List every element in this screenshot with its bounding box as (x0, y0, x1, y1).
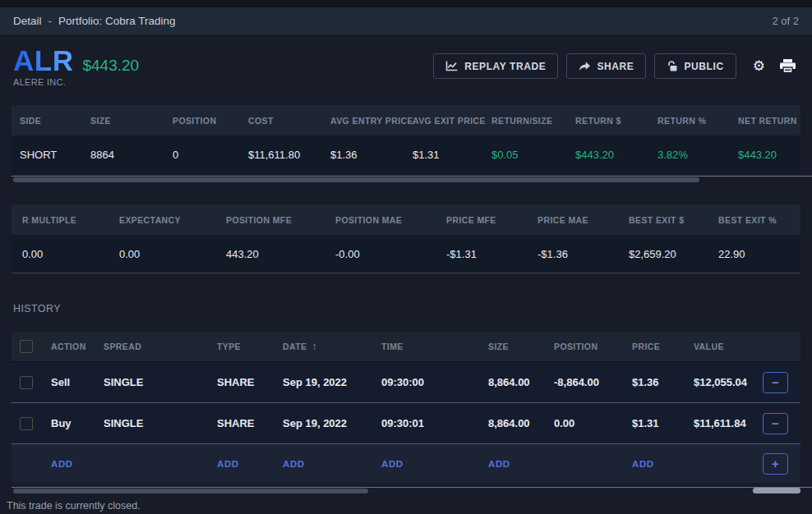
col-hist-position[interactable]: POSITION (554, 342, 632, 351)
stats-table: R MULTIPLE EXPECTANCY POSITION MFE POSIT… (12, 204, 800, 273)
replay-trade-label: REPLAY TRADE (464, 61, 546, 72)
share-arrow-icon (579, 62, 590, 71)
row-checkbox[interactable] (20, 417, 33, 430)
window-top-strip (0, 0, 812, 7)
company-name: ALERE INC. (13, 77, 139, 87)
cell-position-mfe: 443.20 (226, 248, 335, 260)
cell-net-return: $443.20 (738, 149, 800, 161)
col-type[interactable]: TYPE (217, 342, 283, 351)
cell-time: 09:30:00 (381, 376, 488, 388)
cell-position: -8,864.00 (554, 376, 632, 388)
header-actions: REPLAY TRADE SHARE PUBLIC ⚙ (433, 53, 799, 79)
cell-best-exit-dollars: $2,659.20 (629, 248, 718, 260)
row-checkbox[interactable] (20, 376, 33, 389)
cell-price: $1.31 (632, 417, 694, 429)
add-action-link[interactable]: ADD (51, 459, 104, 469)
scrollbar-track (12, 487, 812, 488)
cell-type: SHARE (217, 376, 283, 388)
cell-size: 8,864.00 (488, 417, 554, 429)
minus-icon: − (772, 375, 779, 389)
history-add-row: ADD ADD ADD ADD ADD ADD + (12, 443, 800, 483)
cell-price-mae: -$1.36 (537, 248, 629, 260)
ticker-symbol: ALR (13, 46, 73, 75)
col-date-label: DATE (283, 342, 307, 351)
public-label: PUBLIC (684, 61, 723, 72)
scrollbar-thumb-right[interactable] (753, 488, 800, 493)
col-r-multiple: R MULTIPLE (22, 215, 119, 225)
summary-table: SIDE SIZE POSITION COST AVG ENTRY PRICE … (12, 105, 800, 174)
col-spread[interactable]: SPREAD (104, 342, 217, 351)
replay-trade-button[interactable]: REPLAY TRADE (433, 53, 558, 79)
cell-action: Sell (51, 376, 104, 388)
col-best-exit-dollars: BEST EXIT $ (629, 215, 718, 225)
col-time[interactable]: TIME (381, 342, 488, 351)
cell-r-multiple: 0.00 (22, 248, 119, 260)
scrollbar-thumb[interactable] (13, 177, 699, 182)
cell-type: SHARE (217, 417, 283, 429)
cell-value: $11,611.84 (694, 417, 763, 429)
settings-gear-button[interactable]: ⚙ (750, 56, 768, 76)
add-size-link[interactable]: ADD (488, 459, 554, 469)
print-button[interactable] (777, 56, 799, 76)
history-horizontal-scrollbar (12, 487, 800, 494)
remove-execution-button[interactable]: − (763, 413, 788, 434)
col-position-mfe: POSITION MFE (226, 215, 335, 225)
col-size: SIZE (90, 116, 173, 126)
breadcrumb-portfolio[interactable]: Portfolio: Cobra Trading (58, 15, 176, 27)
cell-position: 0 (173, 149, 248, 161)
add-type-link[interactable]: ADD (217, 459, 283, 469)
cell-date: Sep 19, 2022 (283, 376, 381, 388)
gear-icon: ⚙ (753, 59, 765, 73)
cell-avg-exit-price: $1.31 (413, 149, 491, 161)
stats-table-header: R MULTIPLE EXPECTANCY POSITION MFE POSIT… (12, 204, 800, 235)
breadcrumb-detail[interactable]: Detail (13, 15, 42, 27)
add-date-link[interactable]: ADD (283, 459, 381, 469)
unlock-icon (667, 61, 677, 71)
history-row-buy: Buy SINGLE SHARE Sep 19, 2022 09:30:01 8… (12, 402, 800, 443)
cell-price: $1.36 (632, 376, 694, 388)
col-date-sort[interactable]: DATE ↑ (283, 341, 381, 352)
col-avg-exit-price: AVG EXIT PRICE (413, 116, 491, 126)
col-net-return: NET RETURN (738, 116, 800, 126)
public-button[interactable]: PUBLIC (654, 53, 736, 79)
col-price-mae: PRICE MAE (537, 215, 629, 225)
scrollbar-track (12, 176, 812, 177)
history-table-header: ACTION SPREAD TYPE DATE ↑ TIME SIZE POSI… (12, 332, 800, 361)
cell-cost: $11,611.80 (248, 149, 330, 161)
add-time-link[interactable]: ADD (381, 459, 488, 469)
add-price-link[interactable]: ADD (632, 459, 694, 469)
col-price-mfe: PRICE MFE (446, 215, 537, 225)
cell-return-percent: 3.82% (657, 149, 738, 161)
col-position: POSITION (173, 116, 248, 126)
cell-time: 09:30:01 (381, 417, 488, 429)
sort-ascending-icon: ↑ (311, 341, 316, 352)
col-action[interactable]: ACTION (51, 342, 104, 351)
history-row-sell: Sell SINGLE SHARE Sep 19, 2022 09:30:00 … (12, 361, 800, 402)
summary-table-header: SIDE SIZE POSITION COST AVG ENTRY PRICE … (12, 105, 800, 135)
scrollbar-thumb[interactable] (13, 489, 368, 493)
col-expectancy: EXPECTANCY (119, 215, 226, 225)
breadcrumb-separator: - (48, 15, 53, 27)
cell-expectancy: 0.00 (119, 248, 226, 260)
cell-return-dollars: $443.20 (575, 149, 657, 161)
cell-best-exit-percent: 22.90 (718, 248, 800, 260)
trade-pager: 2 of 2 (772, 15, 799, 27)
cell-size: 8,864.00 (488, 376, 554, 388)
minus-icon: − (772, 416, 779, 430)
col-return-dollars: RETURN $ (575, 116, 657, 126)
cell-avg-entry-price: $1.36 (330, 149, 413, 161)
add-execution-button[interactable]: + (763, 453, 788, 475)
select-all-checkbox[interactable] (20, 340, 33, 353)
col-value[interactable]: VALUE (694, 342, 763, 351)
summary-horizontal-scrollbar (12, 176, 800, 183)
col-side: SIDE (20, 116, 90, 126)
share-button[interactable]: SHARE (566, 53, 646, 79)
cell-position: 0.00 (554, 417, 632, 429)
cell-position-mae: -0.00 (335, 248, 446, 260)
col-price[interactable]: PRICE (632, 342, 694, 351)
cell-price-mfe: -$1.31 (446, 248, 537, 260)
remove-execution-button[interactable]: − (763, 372, 788, 393)
col-hist-size[interactable]: SIZE (488, 342, 554, 351)
history-section-title: HISTORY (13, 303, 812, 315)
cell-action: Buy (51, 417, 104, 429)
